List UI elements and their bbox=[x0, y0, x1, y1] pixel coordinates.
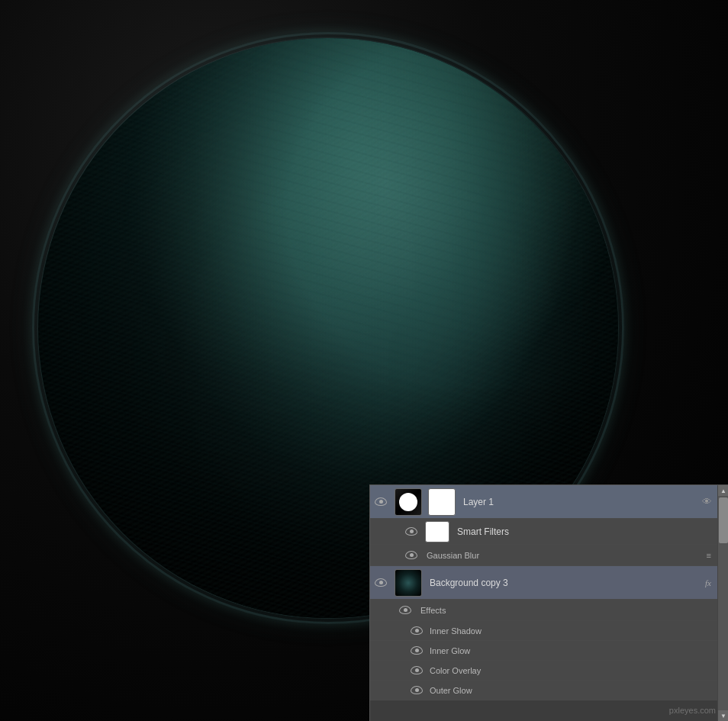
eye-icon-layer1 bbox=[375, 497, 387, 506]
outer-glow-row[interactable]: Outer Glow bbox=[370, 681, 717, 700]
thumbnail-layer1 bbox=[395, 488, 422, 516]
eye-icon-color-overlay bbox=[411, 666, 423, 674]
layers-panel: Layer 1 👁 Smart Filters Gaussian Blur ≡ bbox=[369, 484, 728, 721]
panel-content: Layer 1 👁 Smart Filters Gaussian Blur ≡ bbox=[370, 485, 717, 721]
watermark: pxleyes.com bbox=[669, 706, 716, 715]
visibility-toggle-smart-filters[interactable] bbox=[401, 521, 422, 542]
layer-name-layer1: Layer 1 bbox=[459, 497, 697, 507]
outer-glow-label: Outer Glow bbox=[425, 686, 472, 695]
scroll-arrow-up[interactable]: ▲ bbox=[718, 485, 728, 496]
layer-row-bg-copy3[interactable]: Background copy 3 fx bbox=[370, 566, 717, 600]
eye-icon-inner-glow bbox=[411, 646, 423, 655]
visibility-toggle-color-overlay[interactable] bbox=[408, 660, 425, 681]
inner-glow-row[interactable]: Inner Glow bbox=[370, 641, 717, 661]
eye-icon-outer-glow bbox=[411, 686, 423, 694]
effects-row: Effects bbox=[370, 600, 717, 621]
smart-filters-label: Smart Filters bbox=[453, 526, 717, 537]
inner-shadow-row[interactable]: Inner Shadow bbox=[370, 621, 717, 641]
visibility-toggle-gaussian-blur[interactable] bbox=[401, 545, 422, 566]
inner-glow-label: Inner Glow bbox=[425, 646, 470, 655]
effects-label: Effects bbox=[416, 606, 446, 615]
layer-row-layer1[interactable]: Layer 1 👁 bbox=[370, 485, 717, 519]
eye-icon-gaussian-blur bbox=[405, 551, 417, 559]
layers-scrollbar[interactable]: ▲ ▼ bbox=[717, 485, 728, 721]
visibility-toggle-effects[interactable] bbox=[395, 600, 416, 621]
fx-badge-bg-copy3: fx bbox=[705, 578, 711, 587]
layer-name-bg-copy3: Background copy 3 bbox=[425, 578, 705, 588]
visibility-toggle-layer1[interactable] bbox=[370, 491, 391, 513]
layer-options-icon-layer1[interactable]: 👁 bbox=[697, 493, 716, 511]
visibility-toggle-inner-glow[interactable] bbox=[408, 640, 425, 661]
eye-icon-effects bbox=[399, 606, 411, 614]
visibility-toggle-bg-copy3[interactable] bbox=[370, 572, 391, 594]
color-overlay-label: Color Overlay bbox=[425, 666, 481, 675]
scroll-thumb[interactable] bbox=[719, 497, 728, 543]
thumbnail-smart-filters bbox=[425, 521, 449, 542]
gaussian-blur-label: Gaussian Blur bbox=[422, 551, 479, 560]
scroll-arrow-down[interactable]: ▼ bbox=[718, 710, 728, 721]
eye-icon-smart-filters bbox=[405, 527, 417, 536]
mask-thumbnail-layer1 bbox=[428, 488, 456, 516]
visibility-toggle-outer-glow[interactable] bbox=[408, 680, 425, 701]
smart-filters-row: Smart Filters bbox=[370, 519, 717, 545]
color-overlay-row[interactable]: Color Overlay bbox=[370, 661, 717, 681]
gaussian-blur-row: Gaussian Blur ≡ bbox=[370, 545, 717, 566]
thumbnail-bg-copy3 bbox=[395, 569, 422, 597]
eye-icon-inner-shadow bbox=[411, 626, 423, 635]
visibility-toggle-inner-shadow[interactable] bbox=[408, 620, 425, 642]
gaussian-blur-options-icon[interactable]: ≡ bbox=[707, 551, 711, 560]
inner-shadow-label: Inner Shadow bbox=[425, 626, 482, 636]
eye-icon-bg-copy3 bbox=[375, 578, 387, 587]
